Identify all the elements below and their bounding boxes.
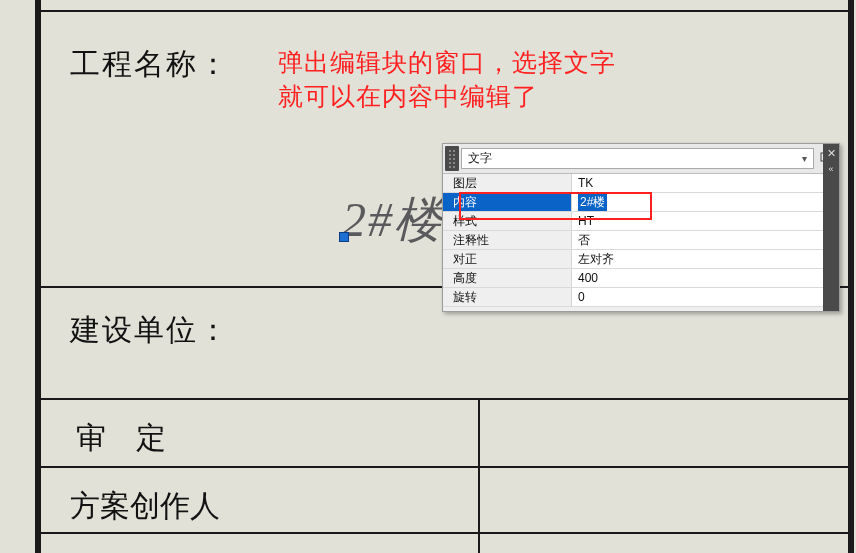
- prop-row-rotation[interactable]: 旋转 0: [443, 288, 823, 307]
- chevron-down-icon: ▾: [802, 153, 807, 164]
- prop-key: 对正: [443, 250, 571, 268]
- prop-row-content[interactable]: 内容 2#楼: [443, 193, 823, 212]
- annotation-line1: 弹出编辑块的窗口，选择文字: [278, 46, 616, 80]
- close-icon[interactable]: ✕: [827, 146, 836, 160]
- panel-body: 图层 TK 内容 2#楼 样式 HT 注释性 否 对正 左对齐 高度 400 旋…: [443, 174, 823, 311]
- annotation-line2: 就可以在内容中编辑了: [278, 80, 616, 114]
- annotation-text: 弹出编辑块的窗口，选择文字 就可以在内容中编辑了: [278, 46, 616, 114]
- author-label: 方案创作人: [70, 486, 220, 527]
- prop-row-annotation[interactable]: 注释性 否: [443, 231, 823, 250]
- prop-key: 高度: [443, 269, 571, 287]
- prop-value-edit[interactable]: 2#楼: [578, 194, 607, 211]
- selected-text-entity[interactable]: 2#楼: [342, 188, 444, 252]
- prop-key: 图层: [443, 174, 571, 192]
- prop-row-justify[interactable]: 对正 左对齐: [443, 250, 823, 269]
- prop-key: 内容: [443, 193, 571, 211]
- prop-row-style[interactable]: 样式 HT: [443, 212, 823, 231]
- prop-value[interactable]: 0: [571, 288, 823, 306]
- prop-value[interactable]: TK: [571, 174, 823, 192]
- prop-value[interactable]: 否: [571, 231, 823, 249]
- prop-value[interactable]: 400: [571, 269, 823, 287]
- construction-unit-label: 建设单位：: [70, 310, 230, 351]
- prop-value[interactable]: HT: [571, 212, 823, 230]
- prop-key: 样式: [443, 212, 571, 230]
- prop-value[interactable]: 2#楼: [571, 193, 823, 211]
- prop-key: 注释性: [443, 231, 571, 249]
- prop-row-layer[interactable]: 图层 TK: [443, 174, 823, 193]
- object-type-dropdown[interactable]: 文字 ▾: [461, 148, 814, 169]
- prop-key: 旋转: [443, 288, 571, 306]
- panel-drag-handle[interactable]: [445, 146, 459, 171]
- project-name-label: 工程名称：: [70, 44, 230, 85]
- prop-row-height[interactable]: 高度 400: [443, 269, 823, 288]
- table-line: [35, 398, 854, 400]
- selection-grip[interactable]: [339, 232, 349, 242]
- panel-header: 文字 ▾: [443, 144, 839, 174]
- table-vline: [478, 398, 480, 553]
- object-type-label: 文字: [468, 150, 492, 167]
- prop-value[interactable]: 左对齐: [571, 250, 823, 268]
- panel-sidebar: ✕ «: [823, 144, 839, 311]
- review-label: 审 定: [76, 418, 166, 459]
- table-line: [35, 532, 854, 534]
- table-line: [35, 466, 854, 468]
- table-line: [35, 10, 854, 12]
- expand-icon[interactable]: «: [828, 162, 833, 176]
- properties-panel: 文字 ▾ ✕ « 图层 TK 内容 2#楼 样式 HT 注释性 否: [442, 143, 840, 312]
